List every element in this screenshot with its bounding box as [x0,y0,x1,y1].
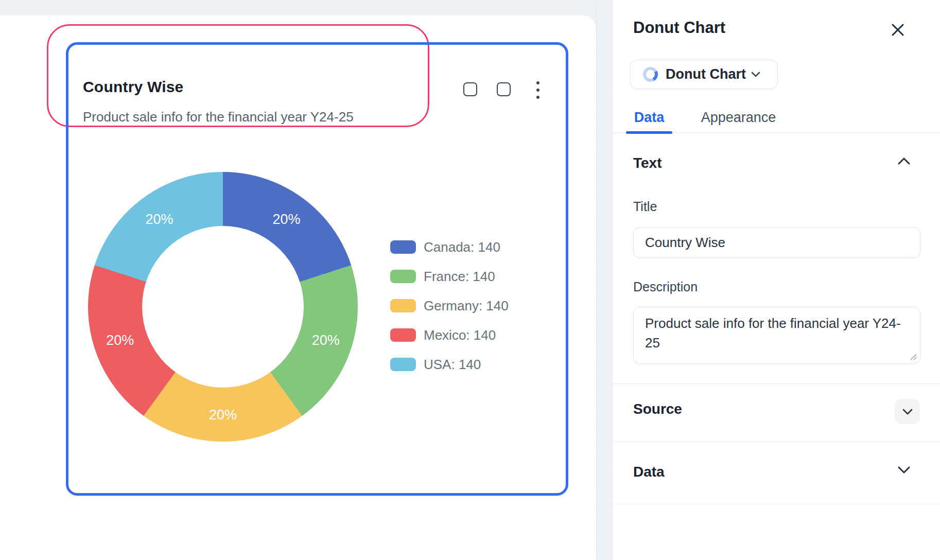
section-heading-source[interactable]: Source [633,401,682,417]
section-divider [613,383,940,384]
close-button[interactable] [889,21,907,39]
title-input[interactable] [633,227,920,258]
description-field-label: Description [633,279,698,294]
donut-slice-label: 20% [312,332,340,348]
chart-card-subtitle: Product sale info for the financial year… [83,109,354,125]
chevron-down-icon [902,408,913,415]
canvas-panel-gutter [596,0,613,560]
donut-slice-label: 20% [106,332,134,348]
chart-card-title: Country Wise [83,78,183,96]
donut-chart-hole [142,226,304,388]
chevron-up-icon [897,157,911,165]
description-field-wrap: Product sale info for the financial year… [633,307,920,364]
description-textarea[interactable]: Product sale info for the financial year… [633,307,920,364]
section-divider [613,504,940,504]
chart-legend: Canada: 140France: 140Germany: 140Mexico… [390,240,509,371]
legend-swatch [390,328,416,342]
donut-chart[interactable]: 20%20%20%20%20% [88,172,358,442]
properties-panel: Donut Chart Donut Chart Data Appearance … [613,0,940,560]
tab-data[interactable]: Data [626,110,672,133]
section-heading-text[interactable]: Text [633,155,662,171]
section-divider [613,441,940,442]
legend-swatch [390,270,416,283]
legend-item: Mexico: 140 [390,328,509,342]
tab-appearance[interactable]: Appearance [697,110,780,133]
legend-item: Germany: 140 [390,299,509,312]
legend-swatch [390,358,416,371]
legend-swatch [390,299,416,312]
legend-label: Mexico: 140 [424,327,496,343]
chart-type-selector[interactable]: Donut Chart [630,60,778,89]
section-heading-data[interactable]: Data [633,464,665,480]
canvas-sheet: Country Wise Product sale info for the f… [0,15,596,560]
expand-source-section-button[interactable] [895,399,920,424]
legend-label: USA: 140 [424,357,481,373]
square-outline-icon[interactable] [497,82,511,96]
panel-tabs: Data Appearance [613,110,940,133]
legend-item: France: 140 [390,270,509,283]
donut-slice-label: 20% [272,212,300,227]
legend-label: Germany: 140 [424,298,509,314]
title-field-label: Title [633,199,657,214]
chevron-down-icon [897,466,911,474]
close-icon [891,23,904,37]
legend-item: USA: 140 [390,358,509,371]
panel-title: Donut Chart [633,19,725,37]
legend-swatch [390,240,416,254]
donut-slice-label: 20% [146,212,173,227]
chevron-down-icon [751,72,760,78]
legend-label: Canada: 140 [424,239,500,255]
expand-data-section-button[interactable] [897,466,911,476]
donut-chart-icon [643,67,658,82]
chart-type-label: Donut Chart [666,66,746,82]
square-outline-icon[interactable] [463,82,477,96]
legend-label: France: 140 [424,269,495,285]
collapse-text-section-button[interactable] [897,157,911,167]
kebab-menu-icon[interactable] [533,81,543,99]
legend-item: Canada: 140 [390,240,509,254]
donut-slice-label: 20% [209,407,237,423]
